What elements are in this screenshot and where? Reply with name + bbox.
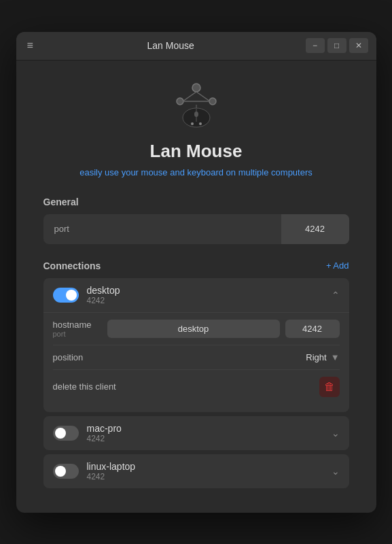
minimize-button[interactable]: − <box>306 38 325 53</box>
connection-header-desktop[interactable]: desktop 4242 ⌃ <box>43 278 349 312</box>
position-dropdown-button[interactable]: ▼ <box>331 352 340 362</box>
titlebar: ≡ Lan Mouse − □ ✕ <box>16 32 376 61</box>
add-connection-button[interactable]: + Add <box>326 260 349 271</box>
connection-name-linuxlaptop: linux-laptop <box>87 461 332 472</box>
toggle-macpro[interactable] <box>53 426 79 441</box>
connection-header-macpro[interactable]: mac-pro 4242 ⌄ <box>43 416 349 450</box>
port-row: port 4242 <box>43 214 349 244</box>
chevron-up-icon[interactable]: ⌃ <box>332 290 340 301</box>
general-section: General port 4242 <box>43 197 349 244</box>
port-input[interactable] <box>285 320 340 338</box>
window-controls: − □ ✕ <box>306 38 368 53</box>
svg-point-2 <box>209 98 216 105</box>
position-label: position <box>53 352 306 362</box>
toggle-desktop[interactable] <box>53 288 79 303</box>
svg-point-10 <box>191 122 194 125</box>
svg-point-1 <box>177 98 183 105</box>
subtitle-highlight: on multiple computers <box>226 167 313 177</box>
connection-item-linuxlaptop: linux-laptop 4242 ⌄ <box>43 454 349 488</box>
connection-port-linuxlaptop: 4242 <box>87 472 332 481</box>
hostname-inputs <box>107 320 340 338</box>
main-window: ≡ Lan Mouse − □ ✕ <box>16 32 376 513</box>
svg-point-11 <box>199 122 202 125</box>
delete-label: delete this client <box>53 381 319 392</box>
connection-info-desktop: desktop 4242 <box>87 285 332 305</box>
general-label: General <box>43 197 349 207</box>
svg-point-0 <box>192 84 200 92</box>
hostname-input[interactable] <box>107 320 280 338</box>
trash-icon: 🗑 <box>324 381 335 393</box>
port-value: 4242 <box>281 214 349 244</box>
connection-name-desktop: desktop <box>87 285 332 296</box>
svg-line-4 <box>196 92 210 101</box>
logo-area <box>43 81 349 129</box>
connections-section: Connections + Add desktop 4242 ⌃ hostn <box>43 260 349 488</box>
connections-header: Connections + Add <box>43 260 349 271</box>
delete-client-button[interactable]: 🗑 <box>319 377 340 397</box>
close-button[interactable]: ✕ <box>349 38 368 53</box>
svg-point-8 <box>194 112 198 117</box>
position-value: Right <box>306 352 326 362</box>
toggle-linuxlaptop[interactable] <box>53 464 79 479</box>
hostname-row: hostname port <box>53 313 340 345</box>
connection-name-macpro: mac-pro <box>87 423 332 434</box>
chevron-down-icon-macpro[interactable]: ⌄ <box>332 428 340 439</box>
connection-item-desktop: desktop 4242 ⌃ hostname port <box>43 278 349 412</box>
window-title: Lan Mouse <box>36 40 306 51</box>
app-logo <box>169 81 224 129</box>
port-label: port <box>43 224 281 234</box>
chevron-down-icon-linuxlaptop[interactable]: ⌄ <box>332 466 340 477</box>
connection-details-desktop: hostname port position Right ▼ <box>43 312 349 412</box>
connection-port-macpro: 4242 <box>87 434 332 443</box>
position-row: position Right ▼ <box>53 345 340 370</box>
hostname-label-block: hostname port <box>53 320 107 338</box>
main-content: Lan Mouse easily use your mouse and keyb… <box>16 61 376 513</box>
connections-title: Connections <box>43 260 101 271</box>
app-title: Lan Mouse <box>43 141 349 162</box>
connection-info-macpro: mac-pro 4242 <box>87 423 332 443</box>
app-subtitle: easily use your mouse and keyboard on mu… <box>43 167 349 177</box>
menu-icon[interactable]: ≡ <box>24 37 36 54</box>
connection-port-desktop: 4242 <box>87 296 332 305</box>
connection-info-linuxlaptop: linux-laptop 4242 <box>87 461 332 481</box>
svg-line-3 <box>183 92 196 101</box>
hostname-label: hostname <box>53 320 107 330</box>
connection-item-macpro: mac-pro 4242 ⌄ <box>43 416 349 450</box>
port-sub-label: port <box>53 330 107 338</box>
connection-header-linuxlaptop[interactable]: linux-laptop 4242 ⌄ <box>43 454 349 488</box>
subtitle-text: easily use your mouse and keyboard <box>79 167 226 177</box>
delete-row: delete this client 🗑 <box>53 370 340 404</box>
maximize-button[interactable]: □ <box>327 38 346 53</box>
